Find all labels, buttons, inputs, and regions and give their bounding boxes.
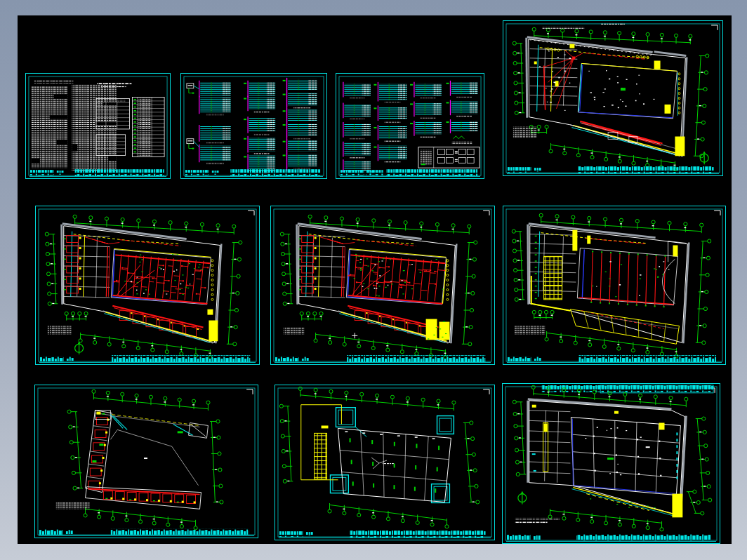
sheet-floor-plan-5 <box>34 385 258 538</box>
floor-plan-4-drawing <box>503 206 725 364</box>
roof-plan-drawing <box>275 385 494 540</box>
riser-diagram-2-drawing <box>336 74 484 178</box>
cad-preview-window <box>0 0 747 560</box>
sheet-floor-plan-6 <box>502 383 720 544</box>
sheet-floor-plan-1 <box>503 20 723 176</box>
sheet-riser-diagram-2 <box>336 73 484 179</box>
sheet-floor-plan-4 <box>503 206 726 365</box>
floor-plan-1-drawing <box>503 21 722 175</box>
riser-diagram-1-drawing <box>181 74 326 178</box>
floor-plan-2-drawing <box>36 206 259 364</box>
sheet-floor-plan-2 <box>35 206 260 365</box>
sheet-roof-plan <box>275 385 495 540</box>
sheet-floor-plan-3 <box>270 206 495 365</box>
floor-plan-5-drawing <box>35 385 258 538</box>
floor-plan-6-drawing <box>503 384 720 543</box>
sheet-riser-diagram-1 <box>180 73 327 179</box>
model-space-canvas <box>18 15 732 544</box>
general-notes-drawing <box>26 74 170 178</box>
floor-plan-3-drawing <box>271 206 494 364</box>
sheet-general-notes <box>25 73 171 179</box>
